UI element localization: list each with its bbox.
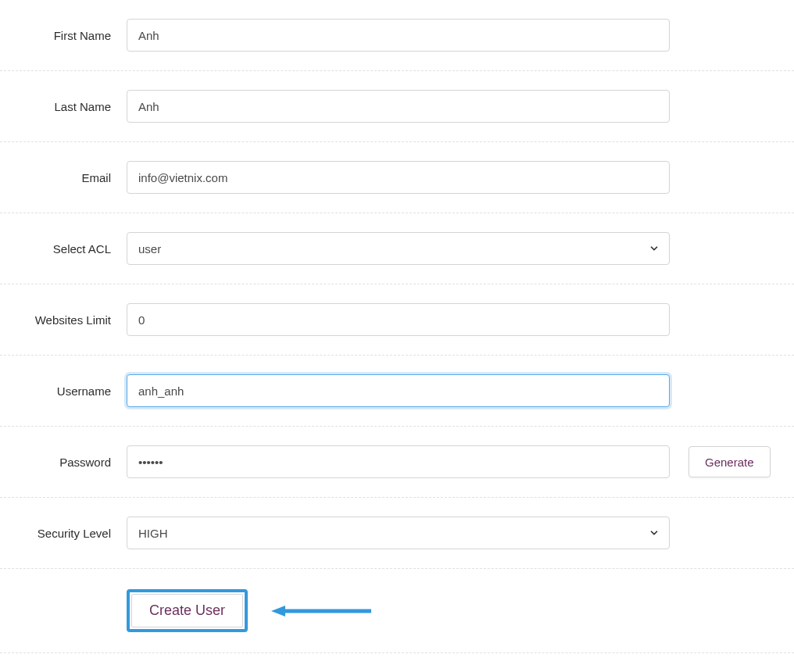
- security-level-select[interactable]: HIGH: [127, 517, 670, 549]
- email-row: Email: [0, 142, 794, 213]
- password-label: Password: [17, 456, 127, 469]
- first-name-label: First Name: [17, 29, 127, 42]
- websites-limit-input-wrap: [127, 303, 670, 336]
- create-user-button[interactable]: Create User: [131, 594, 243, 627]
- last-name-input-wrap: [127, 90, 670, 123]
- security-level-label: Security Level: [17, 527, 127, 540]
- password-row: Password Generate: [0, 427, 794, 498]
- username-input-wrap: [127, 374, 670, 407]
- arrow-left-icon: [271, 603, 373, 619]
- password-input[interactable]: [127, 445, 670, 478]
- svg-marker-1: [271, 606, 285, 617]
- websites-limit-row: Websites Limit: [0, 284, 794, 356]
- last-name-input[interactable]: [127, 90, 670, 123]
- generate-button[interactable]: Generate: [688, 446, 771, 477]
- select-acl-select[interactable]: user: [127, 232, 670, 265]
- email-input[interactable]: [127, 161, 670, 194]
- security-level-row: Security Level HIGH: [0, 498, 794, 569]
- username-label: Username: [17, 384, 127, 398]
- last-name-label: Last Name: [17, 100, 127, 113]
- username-row: Username: [0, 356, 794, 427]
- websites-limit-label: Websites Limit: [17, 313, 127, 327]
- email-input-wrap: [127, 161, 670, 194]
- submit-row: Create User: [0, 569, 794, 653]
- select-acl-label: Select ACL: [17, 242, 127, 256]
- password-input-wrap: [127, 445, 670, 478]
- create-user-highlight: Create User: [127, 589, 248, 632]
- select-acl-input-wrap: user: [127, 232, 670, 265]
- websites-limit-input[interactable]: [127, 303, 670, 336]
- first-name-row: First Name: [0, 0, 794, 71]
- email-label: Email: [17, 171, 127, 184]
- last-name-row: Last Name: [0, 71, 794, 142]
- first-name-input[interactable]: [127, 19, 670, 52]
- select-acl-row: Select ACL user: [0, 213, 794, 284]
- username-input[interactable]: [127, 374, 670, 407]
- security-level-input-wrap: HIGH: [127, 517, 670, 549]
- password-inner-row: Generate: [127, 445, 771, 478]
- first-name-input-wrap: [127, 19, 670, 52]
